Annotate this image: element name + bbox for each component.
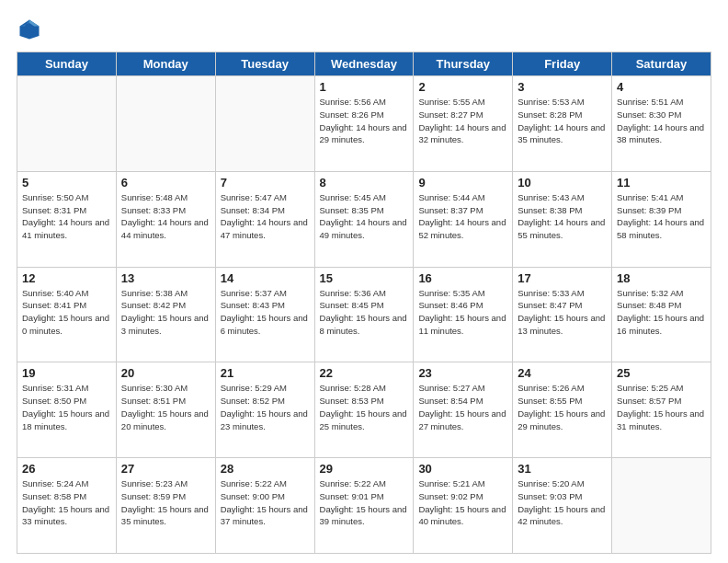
day-info: Sunrise: 5:33 AM Sunset: 8:47 PM Dayligh… [518, 287, 607, 338]
calendar-cell-32: 30Sunrise: 5:21 AM Sunset: 9:02 PM Dayli… [414, 458, 513, 554]
calendar-cell-7: 5Sunrise: 5:50 AM Sunset: 8:31 PM Daylig… [17, 171, 117, 267]
day-number: 31 [518, 462, 607, 476]
calendar-cell-4: 2Sunrise: 5:55 AM Sunset: 8:27 PM Daylig… [414, 76, 513, 172]
calendar-cell-11: 9Sunrise: 5:44 AM Sunset: 8:37 PM Daylig… [414, 171, 513, 267]
logo-icon [17, 17, 42, 42]
day-number: 25 [617, 366, 706, 380]
calendar-cell-24: 22Sunrise: 5:28 AM Sunset: 8:53 PM Dayli… [314, 362, 414, 458]
day-number: 15 [320, 271, 409, 285]
day-info: Sunrise: 5:43 AM Sunset: 8:38 PM Dayligh… [518, 191, 607, 242]
day-number: 26 [22, 462, 111, 476]
day-number: 10 [518, 176, 607, 190]
calendar-week-2: 5Sunrise: 5:50 AM Sunset: 8:31 PM Daylig… [17, 171, 711, 267]
calendar-week-1: 1Sunrise: 5:56 AM Sunset: 8:26 PM Daylig… [17, 76, 711, 172]
day-number: 18 [617, 271, 706, 285]
weekday-header-monday: Monday [116, 52, 215, 76]
day-info: Sunrise: 5:27 AM Sunset: 8:54 PM Dayligh… [418, 382, 507, 432]
day-number: 7 [221, 176, 310, 190]
day-info: Sunrise: 5:32 AM Sunset: 8:48 PM Dayligh… [617, 287, 706, 338]
day-info: Sunrise: 5:36 AM Sunset: 8:45 PM Dayligh… [320, 287, 409, 338]
day-info: Sunrise: 5:24 AM Sunset: 8:58 PM Dayligh… [22, 477, 111, 528]
calendar-cell-22: 20Sunrise: 5:30 AM Sunset: 8:51 PM Dayli… [116, 362, 215, 458]
day-info: Sunrise: 5:56 AM Sunset: 8:26 PM Dayligh… [320, 96, 409, 146]
calendar-cell-25: 23Sunrise: 5:27 AM Sunset: 8:54 PM Dayli… [414, 362, 513, 458]
calendar-cell-17: 15Sunrise: 5:36 AM Sunset: 8:45 PM Dayli… [314, 267, 414, 362]
calendar-week-4: 19Sunrise: 5:31 AM Sunset: 8:50 PM Dayli… [17, 362, 711, 458]
day-number: 1 [320, 80, 409, 94]
day-info: Sunrise: 5:20 AM Sunset: 9:03 PM Dayligh… [518, 477, 607, 528]
day-info: Sunrise: 5:41 AM Sunset: 8:39 PM Dayligh… [617, 191, 706, 242]
day-number: 13 [121, 271, 210, 285]
day-info: Sunrise: 5:38 AM Sunset: 8:42 PM Dayligh… [121, 287, 210, 338]
calendar-cell-12: 10Sunrise: 5:43 AM Sunset: 8:38 PM Dayli… [513, 171, 612, 267]
weekday-header-saturday: Saturday [612, 52, 711, 76]
day-info: Sunrise: 5:22 AM Sunset: 9:00 PM Dayligh… [221, 477, 310, 528]
calendar-cell-16: 14Sunrise: 5:37 AM Sunset: 8:43 PM Dayli… [215, 267, 314, 362]
calendar-cell-20: 18Sunrise: 5:32 AM Sunset: 8:48 PM Dayli… [612, 267, 711, 362]
weekday-header-sunday: Sunday [17, 52, 117, 76]
day-info: Sunrise: 5:37 AM Sunset: 8:43 PM Dayligh… [221, 287, 310, 338]
day-info: Sunrise: 5:35 AM Sunset: 8:46 PM Dayligh… [418, 287, 507, 338]
day-number: 19 [22, 366, 111, 380]
day-number: 8 [320, 176, 409, 190]
calendar-cell-8: 6Sunrise: 5:48 AM Sunset: 8:33 PM Daylig… [116, 171, 215, 267]
day-number: 3 [518, 80, 607, 94]
day-info: Sunrise: 5:44 AM Sunset: 8:37 PM Dayligh… [418, 191, 507, 242]
day-number: 12 [22, 271, 111, 285]
day-info: Sunrise: 5:40 AM Sunset: 8:41 PM Dayligh… [22, 287, 111, 338]
day-number: 21 [221, 366, 310, 380]
day-info: Sunrise: 5:29 AM Sunset: 8:52 PM Dayligh… [221, 382, 310, 432]
day-info: Sunrise: 5:48 AM Sunset: 8:33 PM Dayligh… [121, 191, 210, 242]
day-info: Sunrise: 5:47 AM Sunset: 8:34 PM Dayligh… [221, 191, 310, 242]
day-info: Sunrise: 5:22 AM Sunset: 9:01 PM Dayligh… [320, 477, 409, 528]
day-number: 30 [418, 462, 507, 476]
weekday-header-thursday: Thursday [414, 52, 513, 76]
day-number: 2 [418, 80, 507, 94]
calendar-page: SundayMondayTuesdayWednesdayThursdayFrid… [0, 0, 728, 563]
calendar-cell-15: 13Sunrise: 5:38 AM Sunset: 8:42 PM Dayli… [116, 267, 215, 362]
day-info: Sunrise: 5:30 AM Sunset: 8:51 PM Dayligh… [121, 382, 210, 432]
day-number: 9 [418, 176, 507, 190]
calendar-cell-6: 4Sunrise: 5:51 AM Sunset: 8:30 PM Daylig… [612, 76, 711, 172]
calendar-cell-13: 11Sunrise: 5:41 AM Sunset: 8:39 PM Dayli… [612, 171, 711, 267]
day-info: Sunrise: 5:53 AM Sunset: 8:28 PM Dayligh… [518, 96, 607, 146]
day-info: Sunrise: 5:55 AM Sunset: 8:27 PM Dayligh… [418, 96, 507, 146]
calendar-cell-19: 17Sunrise: 5:33 AM Sunset: 8:47 PM Dayli… [513, 267, 612, 362]
calendar-cell-5: 3Sunrise: 5:53 AM Sunset: 8:28 PM Daylig… [513, 76, 612, 172]
calendar-week-5: 26Sunrise: 5:24 AM Sunset: 8:58 PM Dayli… [17, 458, 711, 554]
day-info: Sunrise: 5:28 AM Sunset: 8:53 PM Dayligh… [320, 382, 409, 432]
calendar-table: SundayMondayTuesdayWednesdayThursdayFrid… [17, 52, 711, 554]
logo [17, 17, 46, 42]
day-number: 24 [518, 366, 607, 380]
calendar-cell-3: 1Sunrise: 5:56 AM Sunset: 8:26 PM Daylig… [314, 76, 414, 172]
calendar-cell-29: 27Sunrise: 5:23 AM Sunset: 8:59 PM Dayli… [116, 458, 215, 554]
calendar-cell-18: 16Sunrise: 5:35 AM Sunset: 8:46 PM Dayli… [414, 267, 513, 362]
header [17, 17, 711, 42]
calendar-cell-9: 7Sunrise: 5:47 AM Sunset: 8:34 PM Daylig… [215, 171, 314, 267]
calendar-cell-2 [215, 76, 314, 172]
day-number: 14 [221, 271, 310, 285]
calendar-cell-34 [612, 458, 711, 554]
calendar-cell-33: 31Sunrise: 5:20 AM Sunset: 9:03 PM Dayli… [513, 458, 612, 554]
day-info: Sunrise: 5:50 AM Sunset: 8:31 PM Dayligh… [22, 191, 111, 242]
calendar-cell-30: 28Sunrise: 5:22 AM Sunset: 9:00 PM Dayli… [215, 458, 314, 554]
day-info: Sunrise: 5:31 AM Sunset: 8:50 PM Dayligh… [22, 382, 111, 432]
day-number: 23 [418, 366, 507, 380]
calendar-cell-23: 21Sunrise: 5:29 AM Sunset: 8:52 PM Dayli… [215, 362, 314, 458]
day-number: 20 [121, 366, 210, 380]
day-info: Sunrise: 5:51 AM Sunset: 8:30 PM Dayligh… [617, 96, 706, 146]
weekday-header-wednesday: Wednesday [314, 52, 414, 76]
weekday-header-tuesday: Tuesday [215, 52, 314, 76]
day-number: 28 [221, 462, 310, 476]
day-number: 5 [22, 176, 111, 190]
calendar-cell-26: 24Sunrise: 5:26 AM Sunset: 8:55 PM Dayli… [513, 362, 612, 458]
day-number: 17 [518, 271, 607, 285]
day-number: 6 [121, 176, 210, 190]
calendar-cell-27: 25Sunrise: 5:25 AM Sunset: 8:57 PM Dayli… [612, 362, 711, 458]
day-number: 27 [121, 462, 210, 476]
calendar-cell-10: 8Sunrise: 5:45 AM Sunset: 8:35 PM Daylig… [314, 171, 414, 267]
calendar-cell-31: 29Sunrise: 5:22 AM Sunset: 9:01 PM Dayli… [314, 458, 414, 554]
day-info: Sunrise: 5:23 AM Sunset: 8:59 PM Dayligh… [121, 477, 210, 528]
weekday-header-row: SundayMondayTuesdayWednesdayThursdayFrid… [17, 52, 711, 76]
weekday-header-friday: Friday [513, 52, 612, 76]
